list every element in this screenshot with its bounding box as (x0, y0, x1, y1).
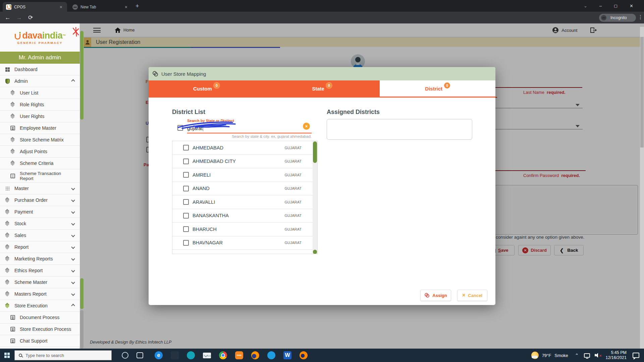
tab-badge: 0 (444, 82, 450, 88)
sidebar-item-sales[interactable]: Sales (0, 230, 80, 241)
district-list-heading: District List (172, 109, 205, 116)
sidebar-item-user-rights[interactable]: User Rights (0, 111, 80, 122)
district-checkbox[interactable] (183, 213, 189, 219)
dark-app-icon[interactable] (171, 351, 179, 359)
browser-menu-icon[interactable]: ⋮ (638, 14, 643, 20)
list-scrollbar-thumb[interactable] (313, 141, 317, 163)
district-row[interactable]: AMRELIGUJARAT (172, 168, 313, 182)
content-scrollbar-thumb[interactable] (80, 31, 84, 120)
layers-icon (10, 149, 15, 154)
sidebar-item-report[interactable]: Report (0, 241, 80, 253)
chevron-down-icon (71, 268, 75, 272)
network-icon[interactable] (584, 353, 590, 358)
dialog-header: User Store Mapping (149, 67, 495, 80)
sidebar-item-master[interactable]: Master (0, 183, 80, 194)
orange-app-icon[interactable] (300, 351, 308, 359)
tab-cpos[interactable]: CPOS × (3, 2, 67, 12)
layers-icon (10, 102, 15, 107)
screen: CPOS × New Tab × + ⌄ – ▢ × ← → ⟳ ⚠ Not s… (0, 0, 644, 362)
maximize-button[interactable]: ▢ (608, 0, 623, 12)
sidebar-item-marketing-reports[interactable]: Marketing Reports (0, 253, 80, 265)
search-underline (187, 133, 312, 133)
district-checkbox[interactable] (183, 172, 189, 178)
sidebar-scrollbar-thumb[interactable] (80, 278, 84, 309)
new-tab-button[interactable]: + (136, 3, 139, 10)
notification-icon[interactable] (633, 353, 639, 358)
blue-app-icon[interactable] (267, 351, 275, 359)
sidebar-menu: Dashboard Admin User List Role Rights Us… (0, 64, 80, 349)
sidebar-item-role-rights[interactable]: Role Rights (0, 99, 80, 111)
chrome-icon[interactable] (219, 351, 227, 359)
mail-icon[interactable] (203, 353, 211, 358)
district-row[interactable]: AHMEDABADGUJARAT (172, 141, 313, 155)
sidebar-item-chat-support[interactable]: Chat Support (0, 335, 80, 347)
task-view-icon[interactable] (137, 352, 143, 358)
minimize-button[interactable]: – (593, 0, 608, 12)
back-nav-icon[interactable]: ← (2, 14, 13, 21)
sidebar-item-user-list[interactable]: User List (0, 87, 80, 99)
cortana-icon[interactable] (122, 352, 128, 359)
sidebar-item-scheme-master[interactable]: Scheme Master (0, 277, 80, 288)
district-checkbox[interactable] (183, 226, 189, 232)
cancel-button[interactable]: × Cancel (457, 290, 487, 301)
start-button-icon[interactable] (4, 353, 10, 358)
tray-chevron-up-icon[interactable]: ⌃ (575, 353, 579, 358)
district-row[interactable]: ARAVALLIGUJARAT (172, 195, 313, 209)
tab-custom[interactable]: Custom0 (149, 80, 264, 97)
forward-nav-icon[interactable]: → (13, 14, 25, 21)
window-scrollbar-track[interactable] (640, 27, 644, 349)
volume-muted-icon[interactable]: × (595, 353, 600, 358)
weather-condition[interactable]: Smoke (554, 353, 568, 358)
tab-close-icon[interactable]: × (58, 4, 64, 10)
list-scrollbar-track[interactable] (313, 141, 317, 254)
district-row[interactable]: AHMEDABAD CITYGUJARAT (172, 155, 313, 169)
tab-close-icon[interactable]: × (123, 4, 129, 10)
tab-district[interactable]: District0 (380, 80, 495, 97)
sidebar-item-store-scheme-matrix[interactable]: Store Scheme Matrix (0, 134, 80, 146)
district-checkbox[interactable] (183, 145, 189, 150)
district-row[interactable]: BHARUCHGUJARAT (172, 223, 313, 236)
reload-icon[interactable]: ⟳ (25, 14, 36, 21)
district-row-partial[interactable] (172, 250, 313, 254)
nox-player-icon[interactable]: nox (235, 351, 243, 359)
sidebar-item-ethics-report[interactable]: Ethics Report (0, 265, 80, 277)
sidebar-item-adjust-points[interactable]: Adjust Points (0, 146, 80, 158)
weather-temp[interactable]: 79°F (542, 353, 551, 358)
sidebar-item-store-execution-process[interactable]: Store Execution Process (0, 323, 80, 335)
sidebar-item-stock[interactable]: Stock (0, 218, 80, 230)
district-row[interactable]: BANASKANTHAGUJARAT (172, 209, 313, 223)
district-checkbox[interactable] (183, 186, 189, 191)
assign-button[interactable]: Assign (420, 290, 451, 301)
window-scrollbar-thumb[interactable] (640, 37, 644, 147)
blue-e-browser-icon[interactable]: e (155, 351, 163, 359)
firefox-icon[interactable] (251, 351, 259, 359)
clock[interactable]: 5:45 PM12/16/2021 (605, 350, 627, 360)
tab-new-tab[interactable]: New Tab × (69, 2, 132, 12)
sidebar-item-purchase-order[interactable]: Purchase Order (0, 194, 80, 206)
district-row[interactable]: BHAVNAGARGUJARAT (172, 236, 313, 250)
sidebar-item-scheme-criteria[interactable]: Scheme Criteria (0, 158, 80, 169)
teal-app-icon[interactable] (187, 351, 195, 359)
district-checkbox[interactable] (183, 240, 189, 246)
district-checkbox[interactable] (183, 199, 189, 205)
sidebar-item-payment[interactable]: Payment (0, 206, 80, 218)
word-icon[interactable]: W (283, 351, 291, 359)
sidebar-item-admin[interactable]: Admin (0, 75, 80, 87)
tab-search-icon[interactable]: ⌄ (578, 0, 593, 12)
district-row[interactable]: ANANDGUJARAT (172, 182, 313, 196)
sidebar-item-masters-report[interactable]: Masters Report (0, 288, 80, 300)
tab-state[interactable]: State0 (264, 80, 380, 97)
close-window-button[interactable]: × (624, 0, 639, 12)
logo-tm: ™ (62, 34, 66, 38)
district-checkbox[interactable] (183, 159, 189, 164)
weather-icon[interactable] (531, 352, 539, 359)
taskbar-search[interactable]: Type here to search (14, 350, 112, 360)
sidebar-item-dashboard[interactable]: Dashboard (0, 64, 80, 75)
clear-search-button[interactable]: × (303, 123, 310, 130)
sidebar-item-employee-master[interactable]: Employee Master (0, 122, 80, 134)
sidebar-item-store-execution[interactable]: Store Execution (0, 300, 80, 312)
sidebar-item-document-process[interactable]: Document Process (0, 312, 80, 323)
scrollbar-thumb-gray[interactable] (80, 310, 84, 349)
layers-icon (5, 268, 10, 273)
sidebar-item-scheme-transaction-report[interactable]: Scheme Transaction Report (0, 169, 80, 183)
